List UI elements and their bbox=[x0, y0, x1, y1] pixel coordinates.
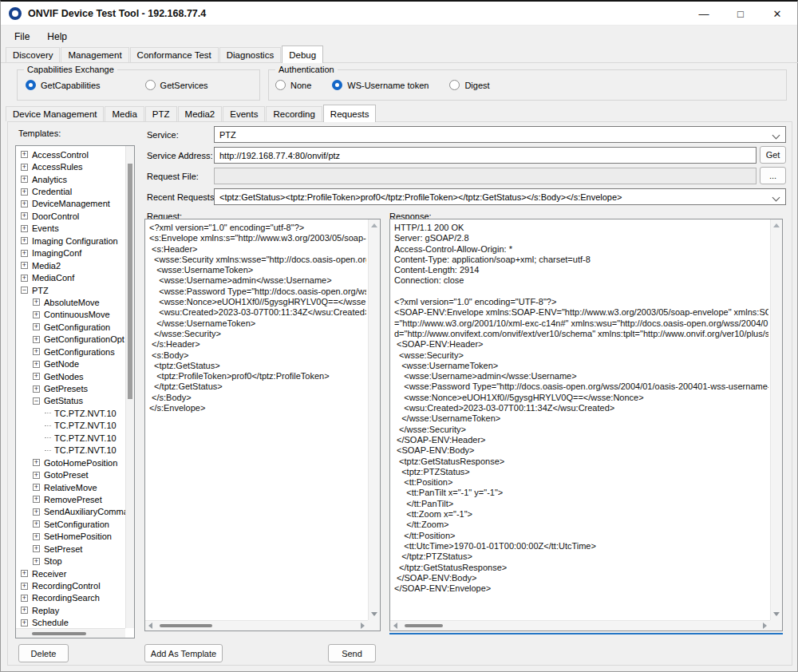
tree-node-tc-ptz-nvt-10[interactable]: TC.PTZ.NVT.10 bbox=[16, 432, 125, 444]
subtab-device-management[interactable]: Device Management bbox=[6, 106, 104, 121]
tree-node-accessrules[interactable]: +AccessRules bbox=[16, 160, 125, 172]
service-address-input[interactable]: http://192.168.77.4:80/onvif/ptz bbox=[214, 147, 757, 164]
expand-icon[interactable]: + bbox=[21, 619, 28, 627]
tree-horizontal-scrollbar[interactable] bbox=[16, 628, 125, 638]
recent-requests-dropdown[interactable]: <tptz:GetStatus><tptz:ProfileToken>prof0… bbox=[214, 188, 786, 205]
browse-button[interactable]: ... bbox=[760, 167, 786, 184]
add-as-template-button[interactable]: Add As Template bbox=[144, 644, 223, 662]
scroll-left-icon[interactable] bbox=[393, 623, 397, 629]
tree-node-imagingconf[interactable]: +ImagingConf bbox=[16, 247, 125, 259]
tree-node-tc-ptz-nvt-10[interactable]: TC.PTZ.NVT.10 bbox=[16, 407, 125, 419]
tree-vertical-scrollbar[interactable] bbox=[125, 146, 134, 628]
expand-icon[interactable]: + bbox=[33, 373, 40, 380]
tree-node-events[interactable]: +Events bbox=[16, 223, 125, 235]
tree-node-tc-ptz-nvt-10[interactable]: TC.PTZ.NVT.10 bbox=[16, 445, 125, 457]
tree-node-ptz[interactable]: −PTZ bbox=[16, 284, 125, 296]
tab-diagnostics[interactable]: Diagnostics bbox=[219, 47, 281, 62]
expand-icon[interactable]: + bbox=[21, 164, 28, 171]
tree-node-imaging-configuration[interactable]: +Imaging Configuration bbox=[16, 235, 125, 247]
scroll-down-icon[interactable] bbox=[773, 612, 780, 616]
scroll-left-icon[interactable] bbox=[148, 623, 152, 629]
expand-icon[interactable]: + bbox=[21, 262, 28, 269]
response-text-area[interactable]: HTTP/1.1 200 OK Server: gSOAP/2.8 Access… bbox=[389, 219, 783, 631]
tree-node-accesscontrol[interactable]: +AccessControl bbox=[16, 148, 125, 160]
tree-node-getconfigurations[interactable]: +GetConfigurations bbox=[16, 346, 125, 358]
expand-icon[interactable]: + bbox=[21, 275, 28, 282]
expand-icon[interactable]: + bbox=[33, 484, 40, 491]
expand-icon[interactable]: + bbox=[21, 607, 28, 614]
expand-icon[interactable]: + bbox=[33, 298, 40, 306]
tree-node-sendauxiliarycomma[interactable]: +SendAuxiliaryComma bbox=[16, 506, 125, 518]
expand-icon[interactable]: + bbox=[33, 323, 40, 330]
expand-icon[interactable]: + bbox=[33, 361, 40, 368]
expand-icon[interactable]: + bbox=[21, 583, 28, 590]
subtab-recording[interactable]: Recording bbox=[266, 106, 322, 121]
tree-horizontal-scrollbar-thumb[interactable] bbox=[32, 632, 86, 635]
tab-conformance-test[interactable]: Conformance Test bbox=[130, 47, 219, 62]
response-horizontal-scrollbar[interactable] bbox=[390, 620, 770, 630]
authentication-radio-none[interactable]: None bbox=[275, 80, 311, 90]
subtab-ptz[interactable]: PTZ bbox=[145, 106, 177, 121]
expand-icon[interactable]: + bbox=[21, 212, 28, 219]
request-text-area[interactable]: <?xml version="1.0" encoding="utf-8"?> <… bbox=[144, 219, 381, 631]
minimize-button[interactable]: — bbox=[685, 2, 722, 26]
expand-icon[interactable]: + bbox=[33, 348, 40, 355]
expand-icon[interactable]: + bbox=[21, 570, 28, 577]
tree-node-analytics[interactable]: +Analytics bbox=[16, 173, 125, 185]
tree-node-removepreset[interactable]: +RemovePreset bbox=[16, 493, 125, 505]
tree-node-recordingcontrol[interactable]: +RecordingControl bbox=[16, 579, 125, 591]
tree-node-setpreset[interactable]: +SetPreset bbox=[16, 543, 125, 555]
get-button[interactable]: Get bbox=[760, 146, 786, 164]
subtab-requests[interactable]: Requests bbox=[323, 105, 377, 122]
request-file-input[interactable] bbox=[214, 168, 757, 184]
expand-icon[interactable]: + bbox=[33, 459, 40, 466]
expand-icon[interactable]: + bbox=[21, 151, 28, 158]
capabilities-radio-getcapabilities[interactable]: GetCapabilities bbox=[26, 80, 101, 90]
tree-node-getstatus[interactable]: −GetStatus bbox=[16, 395, 125, 407]
expand-icon[interactable]: + bbox=[21, 200, 28, 208]
maximize-button[interactable]: □ bbox=[722, 2, 759, 26]
expand-icon[interactable]: + bbox=[33, 533, 40, 540]
tree-node-getconfiguration[interactable]: +GetConfiguration bbox=[16, 321, 125, 333]
request-vertical-scrollbar[interactable] bbox=[368, 219, 380, 620]
tree-node-credential[interactable]: +Credential bbox=[16, 185, 125, 197]
tree-node-getpresets[interactable]: +GetPresets bbox=[16, 382, 125, 394]
tree-node-gotohomeposition[interactable]: +GotoHomePosition bbox=[16, 457, 125, 468]
expand-icon[interactable]: + bbox=[21, 176, 28, 183]
authentication-radio-digest[interactable]: Digest bbox=[449, 80, 489, 90]
expand-icon[interactable]: + bbox=[33, 520, 40, 528]
tree-node-replay[interactable]: +Replay bbox=[16, 604, 125, 616]
expand-icon[interactable]: + bbox=[21, 237, 28, 244]
request-horizontal-scrollbar-thumb[interactable] bbox=[160, 624, 212, 627]
menu-file[interactable]: File bbox=[6, 29, 38, 45]
collapse-icon[interactable]: − bbox=[33, 397, 40, 405]
tree-vertical-scrollbar-thumb[interactable] bbox=[128, 164, 132, 399]
tree-node-doorcontrol[interactable]: +DoorControl bbox=[16, 210, 125, 222]
tree-node-relativemove[interactable]: +RelativeMove bbox=[16, 481, 125, 493]
tree-node-schedule[interactable]: +Schedule bbox=[16, 617, 125, 628]
expand-icon[interactable]: + bbox=[33, 496, 40, 503]
expand-icon[interactable]: + bbox=[33, 472, 40, 479]
subtab-media[interactable]: Media bbox=[105, 106, 144, 121]
scroll-up-icon[interactable] bbox=[371, 223, 377, 227]
tree-node-gotopreset[interactable]: +GotoPreset bbox=[16, 468, 125, 480]
tree-node-setconfiguration[interactable]: +SetConfiguration bbox=[16, 518, 125, 530]
menu-help[interactable]: Help bbox=[38, 29, 76, 45]
authentication-radio-ws-username-token[interactable]: WS-Username token bbox=[332, 80, 429, 90]
tree-node-tc-ptz-nvt-10[interactable]: TC.PTZ.NVT.10 bbox=[16, 420, 125, 432]
service-dropdown[interactable]: PTZ bbox=[214, 126, 786, 143]
tab-management[interactable]: Management bbox=[61, 47, 128, 62]
expand-icon[interactable]: + bbox=[33, 545, 40, 552]
scroll-down-icon[interactable] bbox=[371, 612, 377, 616]
expand-icon[interactable]: + bbox=[33, 336, 40, 343]
tree-node-mediaconf[interactable]: +MediaConf bbox=[16, 271, 125, 283]
request-horizontal-scrollbar[interactable] bbox=[145, 620, 368, 630]
expand-icon[interactable]: + bbox=[21, 188, 28, 196]
scroll-right-icon[interactable] bbox=[763, 623, 767, 629]
tree-node-recordingsearch[interactable]: +RecordingSearch bbox=[16, 592, 125, 604]
expand-icon[interactable]: + bbox=[33, 385, 40, 393]
tree-node-stop[interactable]: +Stop bbox=[16, 555, 125, 567]
tree-node-sethomeposition[interactable]: +SetHomePosition bbox=[16, 531, 125, 543]
tree-node-devicemanagement[interactable]: +DeviceManagement bbox=[16, 198, 125, 210]
collapse-icon[interactable]: − bbox=[21, 287, 28, 294]
